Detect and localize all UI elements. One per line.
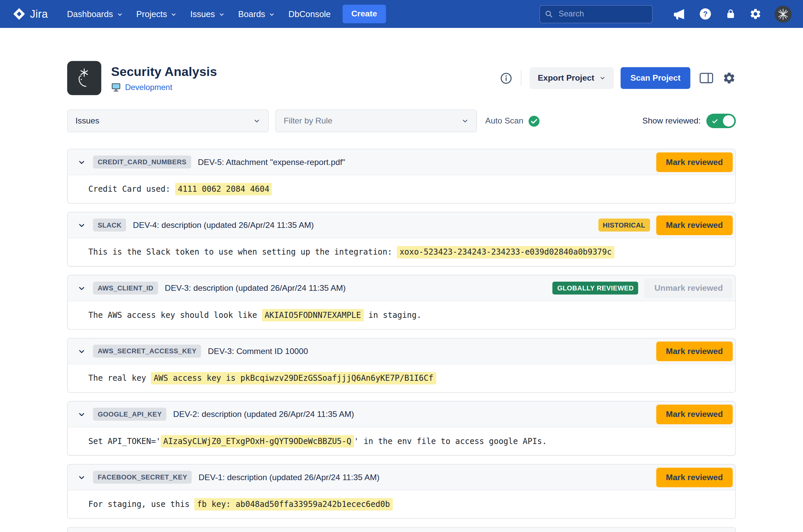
nav-item-label: Dashboards	[67, 9, 113, 19]
export-project-label: Export Project	[538, 73, 594, 83]
divider	[521, 70, 521, 86]
finding-title: DEV-2: description (updated 26/Apr/24 11…	[173, 410, 354, 419]
nav-item-issues[interactable]: Issues	[184, 5, 231, 23]
secret-highlight: xoxo-523423-234243-234233-e039d02840a0b9…	[397, 246, 614, 258]
rule-badge: CREDIT_CARD_NUMBERS	[93, 156, 191, 169]
finding-header: AWS_SECRET_ACCESS_KEY DEV-3: Comment ID …	[68, 339, 735, 364]
show-reviewed-control: Show reviewed:	[643, 114, 736, 128]
chevron-down-icon	[599, 75, 606, 81]
snippet-text: This is the Slack token to use when sett…	[88, 248, 397, 257]
rule-badge: AWS_CLIENT_ID	[93, 282, 158, 295]
secret-highlight: fb key: ab048ad50ffa33959a242b1ecec6ed0b	[194, 498, 393, 511]
snippet-text: Set API_TOKEN='	[88, 437, 160, 446]
issues-select-value: Issues	[75, 116, 99, 126]
search-input[interactable]	[539, 5, 652, 23]
monitor-icon	[111, 82, 121, 92]
filter-by-rule-value: Filter by Rule	[284, 116, 332, 126]
unmark-reviewed-button[interactable]: Unmark reviewed	[645, 278, 733, 298]
help-icon[interactable]: ?	[699, 7, 712, 21]
lock-icon[interactable]	[725, 8, 737, 20]
snippet-text: Credit Card used:	[88, 184, 175, 194]
collapse-chevron-icon[interactable]	[75, 344, 88, 358]
project-link[interactable]: Development	[125, 82, 172, 92]
findings-list: CREDIT_CARD_NUMBERS DEV-5: Attachment "e…	[67, 149, 736, 532]
finding-title: DEV-4: description (updated 26/Apr/24 11…	[133, 221, 314, 230]
nav-item-dbconsole[interactable]: DbConsole	[282, 5, 337, 23]
finding-header: FACEBOOK_SECRET_KEY DEV-1: description (…	[68, 464, 735, 490]
secret-highlight: AIzaSyCLWjZ0_ETxgPOxH-gQYT9ODeWcBBZU5-Q	[160, 435, 354, 448]
secret-highlight: AKIAIO5FODNN7EXAMPLE	[262, 309, 364, 322]
chevron-down-icon	[461, 117, 469, 125]
finding-snippet: For staging, use this fb key: ab048ad50f…	[68, 491, 735, 518]
finding-card: AWS_SECRET_ACCESS_KEY DEV-3: Comment ID …	[67, 338, 736, 393]
auto-scan-label: Auto Scan	[485, 116, 523, 126]
page-header: Security Analysis Development Export Pro…	[67, 61, 736, 95]
snippet-text: ' in the env file to access google APIs.	[354, 437, 547, 446]
nav-item-label: Issues	[190, 9, 215, 19]
export-project-button[interactable]: Export Project	[530, 67, 614, 89]
historical-badge: HISTORICAL	[598, 218, 650, 231]
finding-title: DEV-1: description (updated 26/Apr/24 11…	[199, 472, 380, 482]
nav-item-projects[interactable]: Projects	[130, 5, 184, 23]
rule-badge: GOOGLE_API_KEY	[93, 408, 166, 421]
chevron-down-icon	[116, 12, 123, 18]
search-box	[539, 5, 652, 23]
filter-by-rule-select[interactable]: Filter by Rule	[275, 109, 477, 132]
app-window: Jira Dashboards Projects Issues Boards D…	[0, 0, 803, 532]
announcement-icon[interactable]	[673, 7, 686, 20]
rule-badge: SLACK	[93, 218, 126, 231]
snippet-text: in staging.	[364, 310, 422, 320]
jira-brand[interactable]: Jira	[12, 7, 48, 21]
rule-badge: AWS_SECRET_ACCESS_KEY	[93, 345, 201, 358]
auto-scan-check-icon[interactable]	[528, 115, 540, 127]
issues-select[interactable]: Issues	[67, 109, 269, 132]
show-reviewed-toggle[interactable]	[706, 114, 736, 128]
mark-reviewed-button[interactable]: Mark reviewed	[656, 341, 733, 361]
secret-highlight: AWS access key is pkBcqiwzv29DEzGSSoafjj…	[151, 372, 436, 384]
collapse-chevron-icon[interactable]	[75, 155, 88, 169]
finding-title: DEV-5: Attachment "expense-report.pdf"	[198, 157, 345, 167]
svg-text:?: ?	[703, 10, 707, 18]
brand-name: Jira	[30, 8, 48, 20]
nav-item-boards[interactable]: Boards	[231, 5, 282, 23]
finding-snippet: This is the Slack token to use when sett…	[68, 238, 735, 266]
snippet-text: The real key	[88, 374, 151, 383]
scan-project-button[interactable]: Scan Project	[620, 67, 690, 89]
collapse-chevron-icon[interactable]	[75, 407, 88, 421]
toggle-knob	[723, 115, 734, 127]
panel-view-icon[interactable]	[699, 72, 714, 84]
collapse-chevron-icon[interactable]	[75, 218, 88, 232]
finding-card: GOOGLE_API_KEY DEV-2: description (updat…	[67, 401, 736, 456]
collapse-chevron-icon[interactable]	[75, 281, 88, 295]
collapse-chevron-icon[interactable]	[75, 471, 88, 484]
globally-reviewed-badge: GLOBALLY REVIEWED	[553, 282, 639, 295]
finding-card: AWS_CLIENT_ID DEV-3: description (update…	[67, 275, 736, 330]
main-content: Security Analysis Development Export Pro…	[0, 28, 803, 532]
chevron-down-icon	[269, 12, 275, 18]
mark-reviewed-button[interactable]: Mark reviewed	[656, 215, 733, 235]
project-avatar	[67, 61, 101, 95]
top-navbar: Jira Dashboards Projects Issues Boards D…	[0, 0, 803, 28]
page-title: Security Analysis	[111, 64, 217, 79]
nav-item-label: Boards	[238, 9, 265, 19]
settings-gear-icon[interactable]	[722, 71, 736, 84]
gear-icon[interactable]	[749, 8, 762, 20]
nav-item-dashboards[interactable]: Dashboards	[60, 5, 130, 23]
user-avatar[interactable]	[775, 5, 791, 22]
show-reviewed-label: Show reviewed:	[643, 116, 701, 126]
mark-reviewed-button[interactable]: Mark reviewed	[656, 468, 733, 487]
finding-header: CREDIT_CARD_NUMBERS DEV-5: Attachment "e…	[68, 149, 735, 175]
mark-reviewed-button[interactable]: Mark reviewed	[656, 152, 733, 172]
finding-snippet: The AWS access key should look like AKIA…	[68, 301, 735, 329]
finding-snippet: Set API_TOKEN='AIzaSyCLWjZ0_ETxgPOxH-gQY…	[68, 427, 735, 455]
finding-card: FACEBOOK_SECRET_KEY DEV-1: description (…	[67, 464, 736, 519]
mark-reviewed-button[interactable]: Mark reviewed	[656, 404, 733, 424]
chevron-down-icon	[253, 117, 261, 125]
finding-header: AWS_CLIENT_ID DEV-3: description (update…	[68, 276, 735, 301]
search-icon	[545, 10, 553, 18]
info-icon[interactable]	[499, 72, 513, 84]
create-button[interactable]: Create	[343, 5, 386, 23]
finding-title: DEV-3: Comment ID 10000	[208, 347, 308, 356]
auto-scan-status: Auto Scan	[485, 115, 540, 127]
check-icon	[712, 117, 718, 124]
